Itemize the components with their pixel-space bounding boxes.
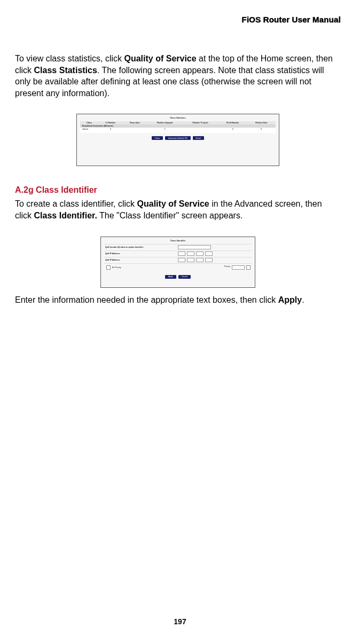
ip-octet-input[interactable] xyxy=(178,252,185,256)
ip-octet-input[interactable] xyxy=(196,252,204,256)
priority-input[interactable] xyxy=(232,265,245,270)
manual-title: FiOS Router User Manual xyxy=(15,15,341,24)
p3-text-2: . xyxy=(302,295,304,304)
priority-label: Priority xyxy=(224,265,230,270)
qos-link-2: Quality of Service xyxy=(137,199,209,208)
page-number: 197 xyxy=(0,617,360,626)
fig2-title: Class Identifier xyxy=(104,239,252,242)
fig2-row-2: QoS IP Address: xyxy=(104,250,252,257)
fig2-row-4: Bit Priority. Priority xyxy=(104,263,252,272)
fig2-row1-label: QoS (vendor-id) value as option classifi… xyxy=(105,246,178,248)
p2-text-3: The "Class Identifier" screen appears. xyxy=(97,211,243,220)
intro-text-1: To view class statistics, click xyxy=(15,54,124,63)
reset-button[interactable]: Reset xyxy=(193,136,204,140)
intro-paragraph: To view class statistics, click Quality … xyxy=(15,53,341,99)
priority-checkbox[interactable] xyxy=(106,265,111,270)
ip-octet-input[interactable] xyxy=(196,258,204,262)
class-stats-link: Class Statistics xyxy=(34,66,97,75)
fig1-buttons: Close Automatic Refresh Off Reset xyxy=(80,136,276,140)
vendor-id-input[interactable] xyxy=(178,245,211,249)
cell xyxy=(147,132,183,133)
ip-octet-input[interactable] xyxy=(205,258,213,262)
class-identifier-link: Class Identifier. xyxy=(34,211,97,220)
figure-1-wrap: Class Statistics Class Tx Packets Drop c… xyxy=(15,114,341,166)
ip-octet-input[interactable] xyxy=(178,258,185,262)
table-row xyxy=(80,132,276,133)
closing-paragraph: Enter the information needed in the appr… xyxy=(15,294,341,306)
ip-octet-input[interactable] xyxy=(187,258,194,262)
cancel-button[interactable]: Cancel xyxy=(178,275,191,279)
cell xyxy=(98,132,123,133)
fig2-buttons: Apply Cancel xyxy=(104,275,252,279)
p3-text-1: Enter the information needed in the appr… xyxy=(15,295,278,304)
fig1-table: Class Tx Packets Drop class Packets drop… xyxy=(80,121,276,133)
section-heading: A.2g Class Identifier xyxy=(15,185,341,195)
class-statistics-figure: Class Statistics Class Tx Packets Drop c… xyxy=(76,114,279,166)
class-identifier-figure: Class Identifier QoS (vendor-id) value a… xyxy=(100,237,255,288)
figure-2-wrap: Class Identifier QoS (vendor-id) value a… xyxy=(15,237,341,288)
auto-refresh-button[interactable]: Automatic Refresh Off xyxy=(165,136,190,140)
cell xyxy=(123,132,147,133)
fig1-title: Class Statistics xyxy=(80,116,276,119)
ip-octet-input[interactable] xyxy=(205,252,213,256)
fig2-check-label: Bit Priority. xyxy=(112,266,121,269)
extra-checkbox[interactable] xyxy=(246,265,251,270)
cell xyxy=(218,132,247,133)
fig2-row-1: QoS (vendor-id) value as option classifi… xyxy=(104,244,252,250)
cell xyxy=(247,132,276,133)
apply-button[interactable]: Apply xyxy=(165,275,176,279)
apply-text: Apply xyxy=(278,295,302,304)
fig2-row2-label: QoS IP Address: xyxy=(105,253,178,255)
section-paragraph: To create a class identifier, click Qual… xyxy=(15,198,341,221)
fig2-row-3: QoS IP Address: xyxy=(104,257,252,263)
cell xyxy=(80,132,98,133)
fig2-row3-label: QoS IP Address: xyxy=(105,259,178,261)
close-button[interactable]: Close xyxy=(152,136,163,140)
cell xyxy=(183,132,218,133)
qos-link-1: Quality of Service xyxy=(124,54,196,63)
p2-text-1: To create a class identifier, click xyxy=(15,199,137,208)
ip-octet-input[interactable] xyxy=(187,252,194,256)
